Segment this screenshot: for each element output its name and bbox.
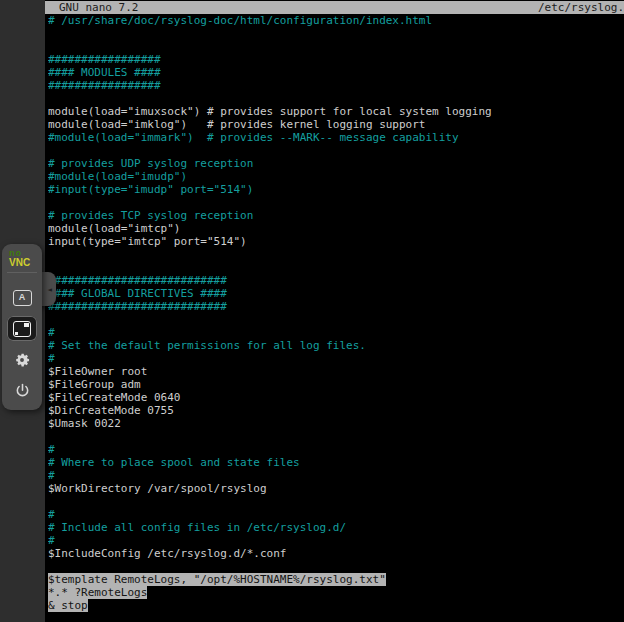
editor-line: # /usr/share/doc/rsyslog-doc/html/config… (48, 14, 624, 27)
editor-line: #### GLOBAL DIRECTIVES #### (48, 287, 624, 300)
editor-line: ########################### (48, 300, 624, 313)
extra-keys-icon: A (13, 290, 32, 306)
disconnect-button[interactable] (7, 378, 37, 403)
gear-icon (13, 351, 31, 369)
panel-divider (7, 272, 37, 273)
extra-keys-glyph: A (19, 293, 26, 302)
editor-line (48, 144, 624, 157)
editor-line (48, 313, 624, 326)
editor-line: $DirCreateMode 0755 (48, 404, 624, 417)
nano-file-path: /etc/rsyslog. (538, 1, 624, 14)
editor-line: $FileOwner root (48, 365, 624, 378)
settings-button[interactable] (7, 347, 37, 372)
editor-line: ################# (48, 53, 624, 66)
editor-line: # (48, 469, 624, 482)
novnc-logo-vnc: VNC (9, 258, 35, 267)
editor-line: # (48, 534, 624, 547)
editor-line: & stop (48, 599, 624, 612)
vnc-control-bar: no VNC A (2, 244, 42, 410)
editor-line: # provides UDP syslog reception (48, 157, 624, 170)
editor-line (48, 261, 624, 274)
editor-line (48, 430, 624, 443)
editor-line: $template RemoteLogs, "/opt/%HOSTNAME%/r… (48, 573, 624, 586)
editor-line: $FileCreateMode 0640 (48, 391, 624, 404)
editor-line: #input(type="imudp" port="514") (48, 183, 624, 196)
editor-lines: # /usr/share/doc/rsyslog-doc/html/config… (48, 14, 624, 622)
editor-line: *.* ?RemoteLogs (48, 586, 624, 599)
fullscreen-button[interactable] (7, 316, 37, 341)
editor-line: #module(load="imudp") (48, 170, 624, 183)
editor-line: #module(load="immark") # provides --MARK… (48, 131, 624, 144)
editor-line: ################# (48, 79, 624, 92)
editor-line: $FileGroup adm (48, 378, 624, 391)
editor-line (48, 92, 624, 105)
editor-line (48, 196, 624, 209)
editor-line: #### MODULES #### (48, 66, 624, 79)
editor-line: # provides TCP syslog reception (48, 209, 624, 222)
editor-line: # (48, 508, 624, 521)
editor-line: # Include all config files in /etc/rsysl… (48, 521, 624, 534)
editor-line (48, 495, 624, 508)
editor-line: # Set the default permissions for all lo… (48, 339, 624, 352)
editor-line: module(load="imtcp") (48, 222, 624, 235)
editor-line: module(load="imuxsock") # provides suppo… (48, 105, 624, 118)
nano-version: GNU nano 7.2 (59, 1, 138, 14)
editor-line: module(load="imklog") # provides kernel … (48, 118, 624, 131)
editor-line: ########################### (48, 274, 624, 287)
editor-line (48, 40, 624, 53)
editor-line (48, 248, 624, 261)
editor-line (48, 27, 624, 40)
terminal-screen[interactable]: GNU nano 7.2 /etc/rsyslog. # /usr/share/… (45, 0, 624, 622)
fullscreen-icon (13, 321, 31, 337)
collapse-arrow-icon: ◄ (47, 285, 52, 294)
editor-line: input(type="imtcp" port="514") (48, 235, 624, 248)
editor-line: $Umask 0022 (48, 417, 624, 430)
editor-line: # (48, 352, 624, 365)
editor-line: # (48, 443, 624, 456)
editor-line: $IncludeConfig /etc/rsyslog.d/*.conf (48, 547, 624, 560)
editor-line: $WorkDirectory /var/spool/rsyslog (48, 482, 624, 495)
power-icon (14, 382, 31, 399)
editor-line: # Where to place spool and state files (48, 456, 624, 469)
editor-line (48, 560, 624, 573)
novnc-logo: no VNC (9, 249, 35, 267)
extra-keys-button[interactable]: A (7, 285, 37, 310)
editor-line: # (48, 326, 624, 339)
nano-titlebar: GNU nano 7.2 /etc/rsyslog. (45, 1, 624, 14)
